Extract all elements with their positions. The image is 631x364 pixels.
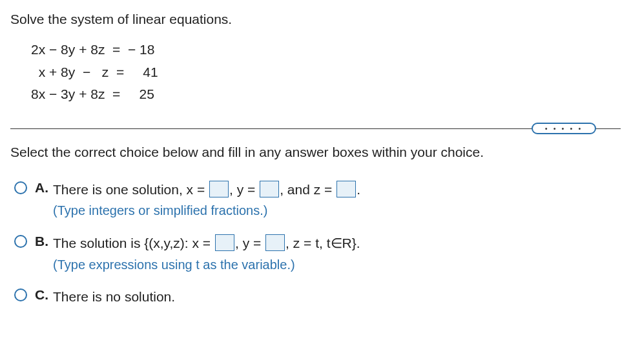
radio-b[interactable] bbox=[14, 235, 27, 248]
choice-a-text-4: . bbox=[357, 182, 360, 197]
answer-box-a-x[interactable] bbox=[209, 181, 229, 197]
expand-handle[interactable]: • • • • • bbox=[532, 123, 596, 134]
equation-row-2: x + 8y − z = 41 bbox=[31, 61, 621, 84]
radio-a[interactable] bbox=[14, 181, 27, 194]
choice-body-a: There is one solution, x = , y = , and z… bbox=[53, 179, 621, 221]
choice-letter-b: B. bbox=[35, 234, 53, 249]
choice-letter-a: A. bbox=[35, 180, 53, 196]
section-divider: • • • • • bbox=[10, 120, 621, 137]
equation-system: 2x − 8y + 8z = − 18 x + 8y − z = 41 8x −… bbox=[31, 39, 621, 106]
choice-body-b: The solution is {(x,y,z): x = , y = , z … bbox=[53, 233, 621, 275]
equation-row-1: 2x − 8y + 8z = − 18 bbox=[31, 39, 621, 61]
choice-a-text-3: , and z = bbox=[280, 182, 332, 197]
choice-a-text-1: There is one solution, x = bbox=[53, 182, 205, 197]
choice-c-text: There is no solution. bbox=[53, 289, 175, 304]
dots-icon: • • • • • bbox=[545, 125, 583, 132]
equation-row-3: 8x − 3y + 8z = 25 bbox=[31, 83, 621, 106]
select-prompt: Select the correct choice below and fill… bbox=[10, 145, 621, 160]
choice-a-hint: (Type integers or simplified fractions.) bbox=[53, 203, 267, 217]
radio-c[interactable] bbox=[14, 288, 27, 301]
divider-line bbox=[10, 128, 621, 129]
choice-b: B. The solution is {(x,y,z): x = , y = ,… bbox=[14, 233, 621, 275]
choice-letter-c: C. bbox=[35, 287, 53, 303]
choices-group: A. There is one solution, x = , y = , an… bbox=[14, 179, 621, 308]
answer-box-b-x[interactable] bbox=[215, 234, 234, 251]
choice-a: A. There is one solution, x = , y = , an… bbox=[14, 179, 621, 221]
choice-b-text-3: , z = t, t∈R}. bbox=[285, 236, 360, 250]
choice-b-hint: (Type expressions using t as the variabl… bbox=[53, 258, 295, 272]
answer-box-a-y[interactable] bbox=[260, 181, 279, 197]
choice-body-c: There is no solution. bbox=[53, 287, 621, 308]
answer-box-b-y[interactable] bbox=[265, 234, 285, 251]
choice-c: C. There is no solution. bbox=[14, 287, 621, 308]
choice-b-text-1: The solution is {(x,y,z): x = bbox=[53, 236, 211, 250]
answer-box-a-z[interactable] bbox=[336, 181, 356, 197]
choice-a-text-2: , y = bbox=[229, 182, 255, 197]
choice-b-text-2: , y = bbox=[235, 236, 261, 250]
question-prompt: Solve the system of linear equations. bbox=[10, 12, 621, 27]
